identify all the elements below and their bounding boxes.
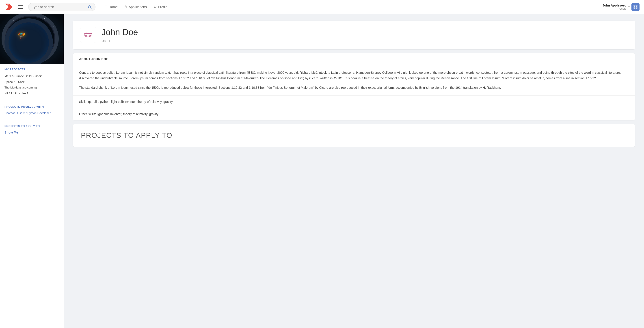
svg-rect-4 [634,5,635,6]
about-paragraph-2: The standard chunk of Lorem Ipsum used s… [79,85,629,90]
search-button[interactable] [88,5,92,9]
about-card-body: Contrary to popular belief, Lorem Ipsum … [73,65,635,96]
svg-point-10 [3,14,57,63]
my-projects-list: Mars & Europe Driller - User1 Space X - … [4,73,59,96]
home-icon: ⊞ [104,5,107,9]
svg-line-15 [24,28,27,32]
svg-rect-5 [636,5,637,6]
profile-avatar-icon [84,31,92,40]
skills-row: Skills: qt, rails, python, light bulb in… [73,96,635,108]
list-item: Mars & Europe Driller - User1 [4,73,59,79]
sidebar: MY PROJECTS Mars & Europe Driller - User… [0,14,64,328]
svg-rect-7 [636,7,637,8]
main-layout: MY PROJECTS Mars & Europe Driller - User… [0,14,644,328]
user-info: John Appleseed User3 ▾ [602,3,640,11]
projects-to-apply-title: PROJECTS TO APPLY TO [4,124,59,128]
user-sub: User3 [602,7,626,10]
about-card: ABOUT JOHN DOE Contrary to popular belie… [73,53,635,120]
nav-home[interactable]: ⊞ Home [104,5,118,9]
about-paragraph-1: Contrary to popular belief, Lorem Ipsum … [79,70,629,81]
other-skills-row: Other Skills: light bulb inventor, theor… [73,108,635,120]
svg-rect-6 [634,7,635,8]
dropdown-arrow-icon[interactable]: ▾ [628,6,630,8]
list-item: NASA JPL - User1 [4,90,59,96]
about-title: ABOUT JOHN DOE [79,57,629,61]
nav-applications-label: Applications [128,5,147,9]
user-name-area: John Appleseed User3 [602,4,626,10]
about-card-header: ABOUT JOHN DOE [73,53,635,65]
svg-line-16 [26,26,27,32]
profile-avatar-box [80,27,96,43]
svg-point-21 [44,18,45,19]
projects-apply-title: PROJECTS TO APPLY TO [81,131,627,140]
top-navigation: ⊞ Home ✎ Applications ⚙ Profile John App… [0,0,644,14]
projects-apply-card: PROJECTS TO APPLY TO [73,124,635,147]
svg-point-14 [7,50,54,56]
logo-area [4,3,24,11]
profile-header-card: John Doe User1 [73,20,635,49]
projects-involved-title: PROJECTS INVOLVED WITH [4,105,59,108]
my-projects-section: MY PROJECTS Mars & Europe Driller - User… [0,64,64,98]
user-avatar[interactable] [632,3,640,11]
projects-involved-section: PROJECTS INVOLVED WITH Chatbot - User3 /… [0,102,64,117]
nav-applications[interactable]: ✎ Applications [124,5,147,9]
svg-point-11 [6,16,54,60]
svg-line-3 [90,8,91,8]
app-logo[interactable] [4,3,13,11]
projects-to-apply-section: PROJECTS TO APPLY TO Show Me [0,121,64,137]
profile-name: John Doe [102,27,138,38]
projects-involved-link[interactable]: Chatbot - User3 / Python Developer [4,111,59,116]
svg-line-17 [27,28,30,32]
nav-links: ⊞ Home ✎ Applications ⚙ Profile [104,5,168,9]
profile-info: John Doe User1 [102,27,138,43]
main-content: John Doe User1 ABOUT JOHN DOE Contrary t… [64,14,644,328]
svg-point-20 [13,20,14,21]
show-me-button[interactable]: Show Me [4,130,18,135]
svg-point-24 [49,34,49,34]
nav-home-label: Home [109,5,118,9]
profile-username: User1 [102,39,138,42]
sidebar-hero-image [0,14,64,64]
search-bar [28,3,96,11]
user-name: John Appleseed [602,4,626,7]
svg-rect-19 [27,32,29,34]
nav-profile[interactable]: ⚙ Profile [154,5,168,9]
list-item: The Martians are coming!! [4,85,59,90]
svg-point-23 [9,32,9,32]
my-projects-title: MY PROJECTS [4,68,59,71]
hamburger-menu[interactable] [17,4,24,10]
applications-icon: ✎ [124,5,127,9]
profile-icon: ⚙ [154,5,157,9]
list-item: Space X - User1 [4,79,59,85]
svg-point-18 [27,31,28,33]
nav-profile-label: Profile [158,5,168,9]
search-input[interactable] [32,5,86,9]
svg-point-22 [53,26,54,26]
